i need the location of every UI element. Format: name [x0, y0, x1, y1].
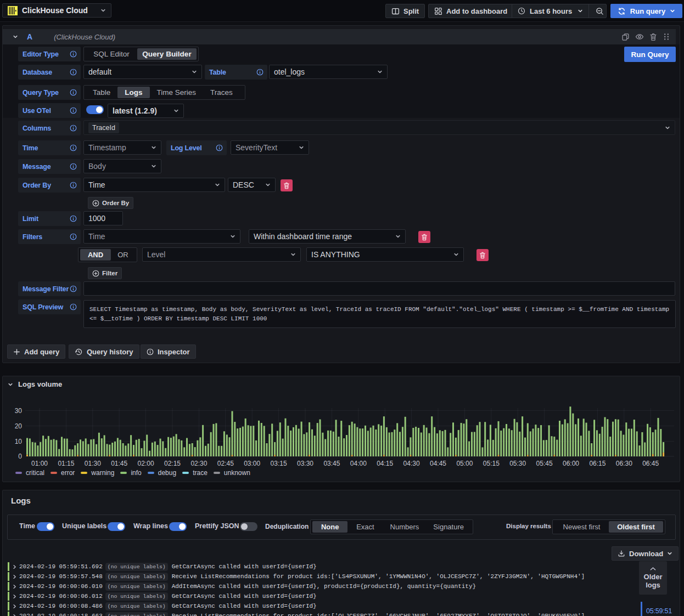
svg-text:06:30: 06:30: [616, 460, 632, 467]
svg-text:05:15: 05:15: [483, 460, 500, 467]
svg-text:06:15: 06:15: [589, 460, 605, 467]
svg-text:03:00: 03:00: [244, 460, 260, 467]
svg-text:01:00: 01:00: [31, 460, 48, 467]
svg-text:0: 0: [18, 453, 22, 460]
svg-text:03:45: 03:45: [323, 460, 340, 467]
svg-text:06:00: 06:00: [563, 460, 579, 467]
svg-text:03:30: 03:30: [297, 460, 313, 467]
svg-text:05:30: 05:30: [509, 460, 526, 467]
svg-text:05:00: 05:00: [456, 460, 473, 467]
svg-text:05:45: 05:45: [536, 460, 553, 467]
svg-text:10: 10: [15, 438, 23, 445]
svg-text:04:15: 04:15: [377, 460, 393, 467]
svg-text:01:30: 01:30: [85, 460, 101, 467]
svg-text:01:15: 01:15: [58, 460, 74, 467]
svg-text:01:45: 01:45: [111, 460, 127, 467]
svg-text:03:15: 03:15: [271, 460, 287, 467]
svg-text:30: 30: [15, 407, 23, 415]
svg-text:02:00: 02:00: [138, 460, 154, 467]
svg-text:02:15: 02:15: [164, 460, 181, 467]
svg-text:02:30: 02:30: [190, 460, 207, 467]
svg-text:06:45: 06:45: [642, 460, 659, 467]
svg-text:04:45: 04:45: [430, 460, 446, 467]
svg-text:20: 20: [15, 422, 23, 430]
svg-text:04:00: 04:00: [350, 460, 367, 467]
svg-text:04:30: 04:30: [403, 460, 420, 467]
svg-text:02:45: 02:45: [217, 460, 234, 467]
